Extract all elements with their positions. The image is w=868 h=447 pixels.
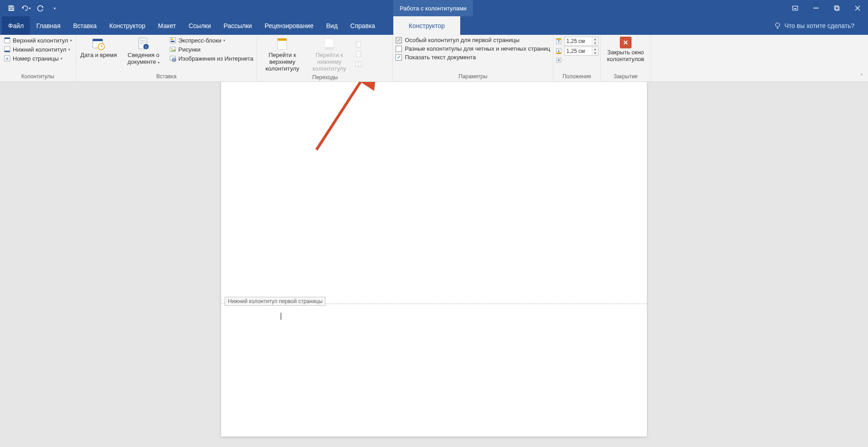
close-header-footer-button[interactable]: ✕ Закрыть окно колонтитулов <box>603 36 649 64</box>
page[interactable]: Нижний колонтитул первой страницы <box>221 82 647 437</box>
quick-parts-icon <box>169 37 176 44</box>
window-controls <box>785 0 868 16</box>
collapse-ribbon-button[interactable]: ˄ <box>858 72 865 80</box>
close-x-icon: ✕ <box>620 37 632 48</box>
undo-icon <box>21 5 29 12</box>
goto-footer-button: Перейти к нижнему колонтитулу <box>306 36 352 73</box>
link-icon <box>355 61 362 68</box>
checkbox-label: Особый колонтитул для первой страницы <box>405 37 519 43</box>
page-number-dropdown[interactable]: # Номер страницы ▾ <box>2 54 74 63</box>
button-label: Верхний колонтитул <box>13 37 68 44</box>
tell-me-label: Что вы хотите сделать? <box>784 22 854 29</box>
online-pictures-button[interactable]: Изображения из Интернета <box>167 54 255 63</box>
save-icon <box>8 5 15 12</box>
button-label: Нижний колонтитул <box>13 46 66 53</box>
pictures-button[interactable]: Рисунки <box>167 45 255 54</box>
group-label: Параметры <box>395 72 551 81</box>
save-button[interactable] <box>5 0 18 16</box>
button-label: Закрыть окно колонтитулов <box>605 49 646 63</box>
redo-button[interactable] <box>33 0 47 16</box>
svg-rect-19 <box>170 38 175 43</box>
maximize-icon <box>834 5 840 11</box>
group-label: Колонтитулы <box>2 72 74 81</box>
button-label: Номер страницы <box>13 55 59 62</box>
qat-customize-button[interactable]: ▾ <box>48 0 61 16</box>
footer-position-icon <box>555 48 562 55</box>
footer-from-bottom-input[interactable] <box>565 47 592 55</box>
tab-label: Файл <box>8 22 24 29</box>
tab-review[interactable]: Рецензирование <box>258 16 320 35</box>
group-label: Переходы <box>259 73 391 81</box>
insert-alignment-tab-button[interactable] <box>555 57 599 64</box>
ribbon-options-icon <box>792 5 798 11</box>
tab-insert[interactable]: Вставка <box>67 16 103 35</box>
header-dropdown[interactable]: Верхний колонтитул ▾ <box>2 36 74 45</box>
svg-rect-33 <box>359 62 361 67</box>
svg-text:i: i <box>146 45 146 49</box>
svg-point-6 <box>776 23 780 27</box>
close-window-button[interactable] <box>847 0 868 16</box>
tab-label: Вставка <box>73 22 97 29</box>
tab-layout[interactable]: Макет <box>152 16 183 35</box>
tab-mailings[interactable]: Рассылки <box>217 16 259 35</box>
different-first-page-checkbox[interactable]: Особый колонтитул для первой страницы <box>395 37 551 43</box>
show-document-text-checkbox[interactable]: Показать текст документа <box>395 54 551 61</box>
goto-footer-icon <box>322 37 336 51</box>
chevron-up-icon: ˄ <box>860 73 863 79</box>
previous-button <box>353 40 364 49</box>
tab-home[interactable]: Главная <box>30 16 66 35</box>
svg-rect-31 <box>356 52 361 57</box>
tell-me-search[interactable]: Что вы хотите сделать? <box>767 16 868 35</box>
checkbox-label: Разные колонтитулы для четных и нечетных… <box>405 45 550 52</box>
group-label: Положение <box>555 72 599 81</box>
svg-rect-32 <box>356 62 359 67</box>
tab-label: Вид <box>326 22 337 29</box>
different-odd-even-checkbox[interactable]: Разные колонтитулы для четных и нечетных… <box>395 45 551 52</box>
spin-down-button[interactable]: ▼ <box>592 51 598 55</box>
button-label: Сведения о документе ▾ <box>123 52 164 66</box>
link-to-previous-button <box>353 60 364 69</box>
header-from-top-input[interactable] <box>565 37 592 45</box>
footer-from-bottom-spinner[interactable]: ▲▼ <box>555 47 599 56</box>
date-time-button[interactable]: Дата и время <box>78 36 120 60</box>
header-from-top-spinner[interactable]: ▲▼ <box>555 37 599 46</box>
spin-up-button[interactable]: ▲ <box>592 47 598 51</box>
contextual-tab-label: Работа с колонтитулами <box>393 0 473 16</box>
document-info-icon: i <box>136 37 151 51</box>
button-label: Изображения из Интернета <box>178 55 253 62</box>
button-label: Дата и время <box>80 52 117 59</box>
tab-help[interactable]: Справка <box>344 16 382 35</box>
redo-icon <box>37 5 44 12</box>
quick-access-toolbar: ▾ ▾ <box>0 0 61 16</box>
tab-design[interactable]: Конструктор <box>103 16 152 35</box>
next-icon <box>355 51 362 58</box>
quick-parts-dropdown[interactable]: Экспресс-блоки ▾ <box>167 36 255 45</box>
maximize-button[interactable] <box>826 0 847 16</box>
ribbon-display-options-button[interactable] <box>785 0 806 16</box>
tab-label: Справка <box>350 22 375 29</box>
chevron-down-icon: ▾ <box>29 6 31 10</box>
undo-button[interactable]: ▾ <box>19 0 33 16</box>
footer-dropdown[interactable]: Нижний колонтитул ▾ <box>2 45 74 54</box>
header-position-icon <box>555 38 562 45</box>
chevron-down-icon: ▾ <box>61 57 62 61</box>
date-time-icon <box>91 37 106 51</box>
tab-view[interactable]: Вид <box>320 16 344 35</box>
svg-rect-37 <box>557 52 561 54</box>
document-info-dropdown[interactable]: i Сведения о документе ▾ <box>120 36 166 67</box>
tab-header-footer-design[interactable]: Конструктор <box>393 16 460 35</box>
tab-file[interactable]: Файл <box>2 16 30 35</box>
svg-rect-27 <box>278 38 287 41</box>
chevron-down-icon: ▾ <box>70 38 72 43</box>
tab-references[interactable]: Ссылки <box>182 16 217 35</box>
svg-rect-29 <box>325 47 334 49</box>
minimize-button[interactable] <box>806 0 826 16</box>
group-label: Закрытие <box>603 72 649 81</box>
goto-header-button[interactable]: Перейти к верхнему колонтитулу <box>259 36 305 73</box>
button-label: Перейти к нижнему колонтитулу <box>309 52 349 72</box>
footer-tag-label: Нижний колонтитул первой страницы <box>228 298 322 304</box>
spin-down-button[interactable]: ▼ <box>592 41 598 45</box>
tab-label: Рассылки <box>224 22 252 29</box>
chevron-down-icon: ▾ <box>54 6 56 10</box>
spin-up-button[interactable]: ▲ <box>592 37 598 41</box>
